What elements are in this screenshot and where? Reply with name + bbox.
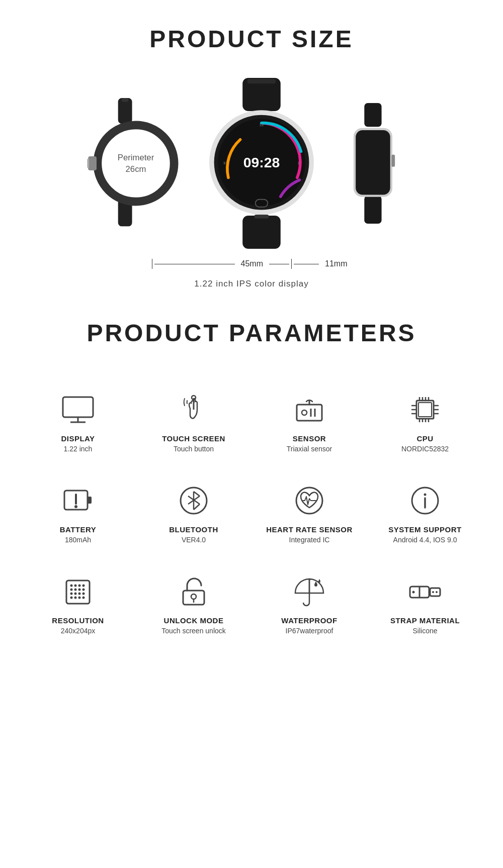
- cpu-icon: [405, 392, 445, 427]
- sensor-icon: [289, 392, 329, 427]
- svg-point-88: [412, 591, 415, 594]
- bluetooth-icon: [174, 483, 214, 518]
- svg-point-76: [82, 593, 85, 595]
- watch-diagram: Perimeter 26cm 09:28 12 3 9: [0, 68, 503, 259]
- svg-point-82: [191, 594, 196, 599]
- display-title: DISPLAY: [61, 434, 95, 443]
- unlock-title: UNLOCK MODE: [164, 616, 224, 625]
- width-label: 45mm: [237, 259, 267, 268]
- resolution-value: 240x204px: [61, 627, 96, 635]
- svg-point-80: [82, 597, 85, 599]
- param-touch: TOUCH SCREEN Touch button: [136, 377, 252, 468]
- svg-point-91: [436, 591, 438, 593]
- strap-value: Silicone: [412, 627, 437, 635]
- width-measurement: 45mm 11mm: [152, 259, 352, 269]
- svg-rect-21: [364, 196, 381, 224]
- strap-title: STRAP MATERIAL: [390, 616, 460, 625]
- param-cpu: CPU NORDIC52832: [367, 377, 483, 468]
- heart-value: Integrated IC: [289, 536, 330, 544]
- svg-rect-9: [247, 79, 276, 83]
- strap-icon: [405, 574, 445, 609]
- svg-point-73: [70, 593, 73, 595]
- svg-point-68: [82, 585, 85, 587]
- heart-rate-icon: [289, 483, 329, 518]
- display-icon: [58, 392, 98, 427]
- svg-rect-64: [66, 581, 90, 604]
- param-system: SYSTEM SUPPORT Android 4.4, IOS 9.0: [367, 468, 483, 559]
- svg-rect-34: [416, 401, 434, 419]
- unlock-icon: [174, 574, 214, 609]
- svg-text:09:28: 09:28: [243, 154, 280, 170]
- svg-text:26cm: 26cm: [126, 164, 146, 174]
- product-params-section: PRODUCT PARAMETERS DISPLAY 1.22 inch: [0, 309, 503, 680]
- sensor-title: SENSOR: [293, 434, 326, 443]
- svg-point-74: [74, 593, 77, 595]
- params-grid: DISPLAY 1.22 inch TOUCH SCREEN Touch but…: [20, 377, 483, 650]
- svg-point-67: [78, 585, 81, 587]
- svg-point-66: [74, 585, 77, 587]
- product-params-title: PRODUCT PARAMETERS: [20, 314, 483, 362]
- svg-rect-35: [418, 403, 432, 417]
- watch-center-view: 09:28 12 3 9: [196, 78, 327, 249]
- svg-point-75: [78, 593, 81, 595]
- touch-icon: [174, 392, 214, 427]
- bluetooth-value: VER4.0: [182, 536, 206, 544]
- svg-rect-10: [242, 216, 281, 249]
- waterproof-icon: [289, 574, 329, 609]
- unlock-value: Touch screen unlock: [161, 627, 226, 635]
- svg-rect-1: [122, 98, 128, 102]
- dimension-row: 45mm 11mm: [152, 259, 352, 269]
- system-title: SYSTEM SUPPORT: [388, 525, 461, 534]
- svg-point-71: [78, 589, 81, 591]
- heart-title: HEART RATE SENSOR: [266, 525, 353, 534]
- bluetooth-title: BLUETOOTH: [169, 525, 218, 534]
- watch-right-view: [332, 103, 423, 224]
- waterproof-value: IP67waterproof: [286, 627, 333, 635]
- param-bluetooth: BLUETOOTH VER4.0: [136, 468, 252, 559]
- svg-rect-4: [88, 156, 97, 170]
- touch-title: TOUCH SCREEN: [162, 434, 225, 443]
- param-sensor: SENSOR Triaxial sensor: [252, 377, 367, 468]
- param-heart: HEART RATE SENSOR Integrated IC: [252, 468, 367, 559]
- touch-value: Touch button: [174, 445, 214, 453]
- svg-point-3: [98, 125, 174, 202]
- svg-point-72: [82, 589, 85, 591]
- svg-rect-25: [63, 397, 93, 417]
- svg-rect-23: [356, 130, 390, 195]
- battery-value: 180mAh: [65, 536, 91, 544]
- cpu-title: CPU: [416, 434, 433, 443]
- watch-left-view: Perimeter 26cm: [80, 98, 191, 229]
- battery-icon: [58, 483, 98, 518]
- svg-rect-20: [364, 103, 381, 127]
- svg-rect-89: [430, 588, 440, 596]
- svg-rect-0: [118, 98, 132, 124]
- display-note: 1.22 inch IPS color display: [0, 274, 503, 309]
- svg-rect-19: [255, 215, 269, 219]
- svg-text:Perimeter: Perimeter: [118, 153, 154, 162]
- measurement-area: 45mm 11mm: [0, 259, 503, 274]
- param-display: DISPLAY 1.22 inch: [20, 377, 136, 468]
- param-waterproof: WATERPROOF IP67waterproof: [252, 559, 367, 650]
- svg-point-78: [74, 597, 77, 599]
- depth-label: 11mm: [321, 259, 351, 268]
- display-value: 1.22 inch: [64, 445, 93, 453]
- param-strap: STRAP MATERIAL Silicone: [367, 559, 483, 650]
- svg-text:3: 3: [298, 161, 300, 165]
- svg-text:12: 12: [260, 123, 264, 127]
- svg-point-69: [70, 589, 73, 591]
- svg-point-62: [424, 494, 427, 496]
- svg-point-70: [74, 589, 77, 591]
- svg-point-90: [432, 591, 434, 593]
- svg-rect-51: [88, 497, 92, 504]
- svg-point-30: [302, 410, 307, 415]
- svg-point-65: [70, 585, 73, 587]
- svg-rect-29: [297, 405, 322, 421]
- svg-text:9: 9: [223, 161, 225, 165]
- cpu-value: NORDIC52832: [401, 445, 449, 453]
- svg-rect-24: [391, 155, 395, 167]
- param-unlock: UNLOCK MODE Touch screen unlock: [136, 559, 252, 650]
- resolution-icon: [58, 574, 98, 609]
- svg-rect-5: [87, 159, 89, 168]
- param-battery: BATTERY 180mAh: [20, 468, 136, 559]
- svg-point-53: [74, 505, 77, 508]
